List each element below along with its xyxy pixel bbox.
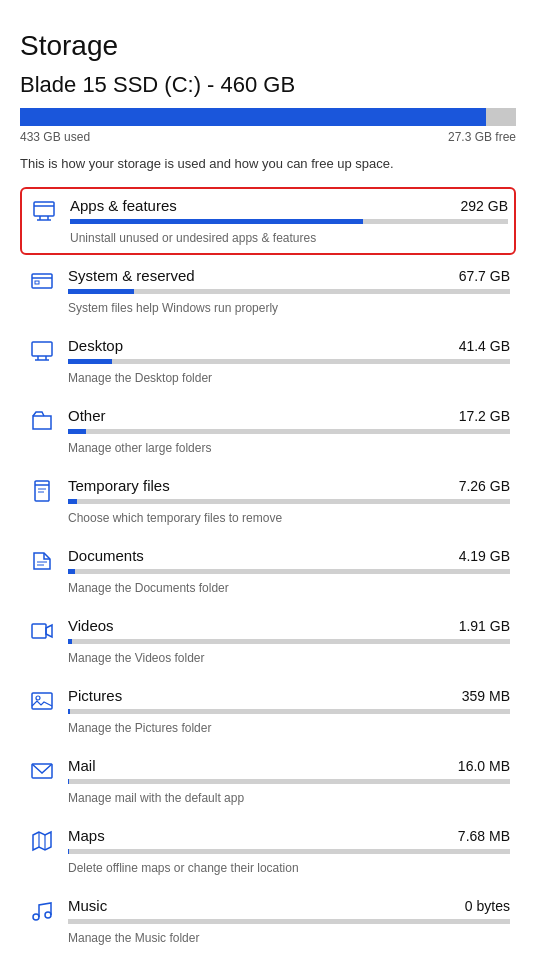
storage-free-label: 27.3 GB free <box>448 130 516 144</box>
item-name-9: Maps <box>68 827 105 844</box>
item-name-5: Documents <box>68 547 144 564</box>
item-bar-fill-6 <box>68 639 72 644</box>
item-description-2: Manage the Desktop folder <box>68 371 212 385</box>
item-size-9: 7.68 MB <box>458 828 510 844</box>
item-content-1: System & reserved 67.7 GB System files h… <box>68 267 510 315</box>
desktop-icon <box>26 337 58 363</box>
item-description-10: Manage the Music folder <box>68 931 199 945</box>
item-bar-9 <box>68 849 510 854</box>
apps-icon <box>28 197 60 223</box>
pictures-icon <box>26 687 58 713</box>
system-icon <box>26 267 58 293</box>
music-icon <box>26 897 58 923</box>
storage-description: This is how your storage is used and how… <box>20 156 516 171</box>
item-description-1: System files help Windows run properly <box>68 301 278 315</box>
item-name-2: Desktop <box>68 337 123 354</box>
item-bar-fill-1 <box>68 289 134 294</box>
item-header-0: Apps & features 292 GB <box>70 197 508 214</box>
svg-rect-19 <box>32 693 52 709</box>
item-header-4: Temporary files 7.26 GB <box>68 477 510 494</box>
item-description-7: Manage the Pictures folder <box>68 721 211 735</box>
item-header-3: Other 17.2 GB <box>68 407 510 424</box>
storage-item-videos[interactable]: Videos 1.91 GB Manage the Videos folder <box>20 607 516 675</box>
item-description-5: Manage the Documents folder <box>68 581 229 595</box>
page-title: Storage <box>20 30 516 62</box>
videos-icon <box>26 617 58 643</box>
documents-icon <box>26 547 58 573</box>
svg-rect-8 <box>32 342 52 356</box>
item-size-6: 1.91 GB <box>459 618 510 634</box>
item-bar-fill-3 <box>68 429 86 434</box>
item-description-0: Uninstall unused or undesired apps & fea… <box>70 231 316 245</box>
svg-point-25 <box>45 912 51 918</box>
svg-rect-12 <box>35 481 49 501</box>
storage-items-list: Apps & features 292 GB Uninstall unused … <box>20 187 516 953</box>
total-storage-bar-fill <box>20 108 486 126</box>
item-description-4: Choose which temporary files to remove <box>68 511 282 525</box>
item-header-10: Music 0 bytes <box>68 897 510 914</box>
svg-rect-0 <box>34 202 54 216</box>
item-size-8: 16.0 MB <box>458 758 510 774</box>
item-content-2: Desktop 41.4 GB Manage the Desktop folde… <box>68 337 510 385</box>
svg-rect-18 <box>32 624 46 638</box>
storage-item-apps[interactable]: Apps & features 292 GB Uninstall unused … <box>20 187 516 255</box>
temp-icon <box>26 477 58 503</box>
mail-icon <box>26 757 58 783</box>
item-header-7: Pictures 359 MB <box>68 687 510 704</box>
item-bar-4 <box>68 499 510 504</box>
svg-point-24 <box>33 914 39 920</box>
item-bar-2 <box>68 359 510 364</box>
item-header-8: Mail 16.0 MB <box>68 757 510 774</box>
item-size-5: 4.19 GB <box>459 548 510 564</box>
storage-item-other[interactable]: Other 17.2 GB Manage other large folders <box>20 397 516 465</box>
storage-item-music[interactable]: Music 0 bytes Manage the Music folder <box>20 887 516 953</box>
storage-item-maps[interactable]: Maps 7.68 MB Delete offline maps or chan… <box>20 817 516 885</box>
item-description-9: Delete offline maps or change their loca… <box>68 861 299 875</box>
storage-item-desktop[interactable]: Desktop 41.4 GB Manage the Desktop folde… <box>20 327 516 395</box>
storage-item-system[interactable]: System & reserved 67.7 GB System files h… <box>20 257 516 325</box>
item-bar-fill-4 <box>68 499 77 504</box>
total-storage-bar <box>20 108 516 126</box>
storage-item-temp[interactable]: Temporary files 7.26 GB Choose which tem… <box>20 467 516 535</box>
item-bar-1 <box>68 289 510 294</box>
item-bar-fill-2 <box>68 359 112 364</box>
storage-item-pictures[interactable]: Pictures 359 MB Manage the Pictures fold… <box>20 677 516 745</box>
item-name-7: Pictures <box>68 687 122 704</box>
item-content-5: Documents 4.19 GB Manage the Documents f… <box>68 547 510 595</box>
item-size-7: 359 MB <box>462 688 510 704</box>
item-bar-3 <box>68 429 510 434</box>
item-description-3: Manage other large folders <box>68 441 211 455</box>
item-header-6: Videos 1.91 GB <box>68 617 510 634</box>
item-header-5: Documents 4.19 GB <box>68 547 510 564</box>
item-header-9: Maps 7.68 MB <box>68 827 510 844</box>
item-bar-6 <box>68 639 510 644</box>
item-description-8: Manage mail with the default app <box>68 791 244 805</box>
item-description-6: Manage the Videos folder <box>68 651 205 665</box>
item-content-3: Other 17.2 GB Manage other large folders <box>68 407 510 455</box>
item-size-1: 67.7 GB <box>459 268 510 284</box>
storage-item-documents[interactable]: Documents 4.19 GB Manage the Documents f… <box>20 537 516 605</box>
svg-point-20 <box>36 696 40 700</box>
item-name-6: Videos <box>68 617 114 634</box>
item-size-10: 0 bytes <box>465 898 510 914</box>
storage-item-mail[interactable]: Mail 16.0 MB Manage mail with the defaul… <box>20 747 516 815</box>
item-header-2: Desktop 41.4 GB <box>68 337 510 354</box>
item-size-2: 41.4 GB <box>459 338 510 354</box>
other-icon <box>26 407 58 433</box>
drive-title: Blade 15 SSD (C:) - 460 GB <box>20 72 516 98</box>
item-content-9: Maps 7.68 MB Delete offline maps or chan… <box>68 827 510 875</box>
maps-icon <box>26 827 58 853</box>
item-content-8: Mail 16.0 MB Manage mail with the defaul… <box>68 757 510 805</box>
item-size-0: 292 GB <box>461 198 508 214</box>
item-bar-8 <box>68 779 510 784</box>
item-name-8: Mail <box>68 757 96 774</box>
item-name-3: Other <box>68 407 106 424</box>
item-bar-fill-0 <box>70 219 363 224</box>
item-size-3: 17.2 GB <box>459 408 510 424</box>
item-content-7: Pictures 359 MB Manage the Pictures fold… <box>68 687 510 735</box>
item-name-0: Apps & features <box>70 197 177 214</box>
item-content-10: Music 0 bytes Manage the Music folder <box>68 897 510 945</box>
item-name-4: Temporary files <box>68 477 170 494</box>
item-content-0: Apps & features 292 GB Uninstall unused … <box>70 197 508 245</box>
item-name-10: Music <box>68 897 107 914</box>
